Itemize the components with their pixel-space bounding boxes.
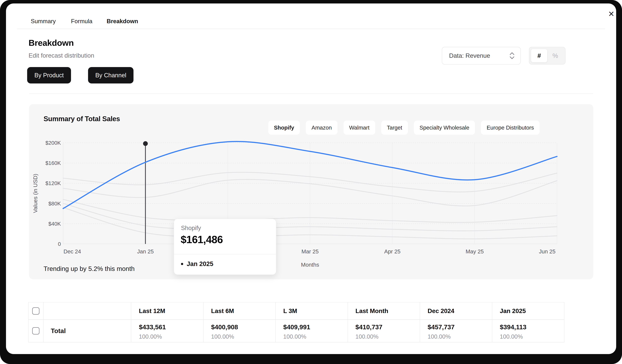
column-header: Last 12M (131, 303, 203, 319)
tooltip-period: Jan 2025 (187, 260, 213, 268)
close-icon[interactable]: ✕ (606, 8, 616, 19)
svg-text:May 25: May 25 (466, 248, 484, 254)
value-cell: $457,737 100.00% (420, 320, 492, 342)
row-checkbox[interactable] (32, 327, 39, 334)
unit-number-button[interactable]: # (531, 49, 547, 62)
chip-target[interactable]: Target (381, 120, 408, 135)
page-subtitle: Edit forecast distribution (29, 52, 94, 59)
section-divider (29, 94, 593, 94)
chart-card: Summary of Total Sales Shopify Amazon Wa… (29, 104, 593, 279)
sales-line-chart[interactable]: $200K$160K$120K$80K$40K0Dec 24Jan 25Feb … (33, 140, 562, 271)
svg-text:Jun 25: Jun 25 (539, 248, 555, 254)
by-channel-button[interactable]: By Channel (88, 67, 134, 83)
table-row-total: Total $433,561 100.00% $400,908 100.00% … (29, 320, 564, 342)
tab-bar: Summary Formula Breakdown (6, 18, 616, 29)
select-all-checkbox[interactable] (32, 307, 39, 315)
unit-percent-button[interactable]: % (547, 49, 563, 62)
value-cell: $433,561 100.00% (131, 320, 203, 342)
svg-text:$80K: $80K (48, 201, 61, 207)
chip-amazon[interactable]: Amazon (306, 120, 337, 135)
trend-note: Trending up by 5.2% this month (43, 265, 135, 272)
channel-chip-list: Shopify Amazon Walmart Target Specialty … (268, 120, 540, 135)
svg-text:Values (in USD): Values (in USD) (33, 174, 38, 213)
tooltip-value: $161,486 (181, 233, 223, 246)
svg-text:Mar 25: Mar 25 (302, 248, 319, 254)
page-title: Breakdown (29, 38, 74, 48)
forecast-table: Last 12M Last 6M L 3M Last Month Dec 202… (28, 302, 564, 342)
svg-text:Apr 25: Apr 25 (384, 248, 400, 254)
chip-specialty-wholesale[interactable]: Specialty Wholesale (414, 120, 475, 135)
column-header: Dec 2024 (420, 303, 492, 319)
by-product-button[interactable]: By Product (27, 67, 71, 83)
header-label-cell (43, 303, 131, 319)
svg-text:Jan 25: Jan 25 (137, 248, 154, 254)
bullet-icon (181, 263, 183, 265)
unit-toggle: # % (529, 47, 565, 64)
tooltip-divider (174, 254, 276, 254)
svg-text:$160K: $160K (45, 160, 61, 166)
svg-text:Months: Months (301, 262, 319, 268)
svg-text:$200K: $200K (45, 140, 61, 146)
breakdown-modal: Summary Formula Breakdown ✕ Breakdown Ed… (6, 3, 616, 354)
chip-europe-distributors[interactable]: Europe Distributors (481, 120, 540, 135)
chart-title: Summary of Total Sales (43, 115, 120, 123)
tooltip-period-row: Jan 2025 (181, 260, 213, 268)
row-checkbox-cell (29, 320, 43, 342)
column-header: Jan 2025 (492, 303, 564, 319)
svg-text:Dec 24: Dec 24 (64, 248, 81, 254)
tab-summary[interactable]: Summary (31, 18, 56, 25)
value-cell: $400,908 100.00% (203, 320, 275, 342)
column-header: L 3M (275, 303, 348, 319)
column-header: Last 6M (203, 303, 275, 319)
chart-tooltip: Shopify $161,486 Jan 2025 (174, 219, 276, 275)
svg-text:0: 0 (58, 241, 61, 247)
column-header: Last Month (348, 303, 420, 319)
tab-breakdown[interactable]: Breakdown (107, 18, 138, 25)
table-header-row: Last 12M Last 6M L 3M Last Month Dec 202… (29, 303, 564, 320)
data-select[interactable]: Data: Revenue (442, 47, 521, 64)
tab-formula[interactable]: Formula (71, 18, 93, 25)
svg-text:$120K: $120K (45, 180, 61, 186)
chevron-updown-icon (510, 52, 514, 59)
row-label-cell: Total (43, 320, 131, 342)
value-cell: $394,113 100.00% (492, 320, 564, 342)
tooltip-series-label: Shopify (181, 225, 201, 231)
chip-shopify[interactable]: Shopify (268, 120, 300, 135)
value-cell: $409,991 100.00% (275, 320, 348, 342)
chip-walmart[interactable]: Walmart (344, 120, 375, 135)
tab-divider (17, 29, 605, 29)
header-checkbox-cell (29, 303, 43, 319)
data-select-label: Data: Revenue (449, 52, 490, 59)
svg-text:$40K: $40K (48, 221, 61, 227)
value-cell: $410,737 100.00% (348, 320, 420, 342)
